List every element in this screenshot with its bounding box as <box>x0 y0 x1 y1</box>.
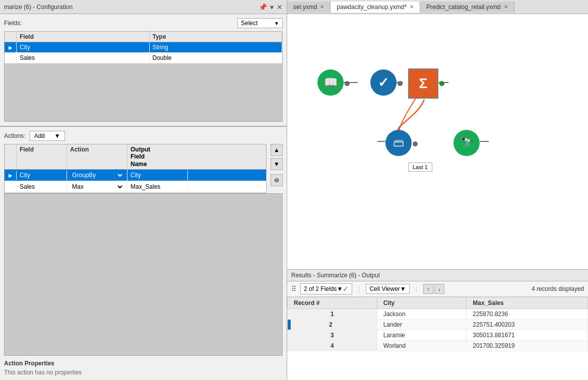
actions-col-output: OutputFieldName <box>127 144 188 169</box>
fields-table-wrapper: Field Type ▶ City String Sales Double <box>5 32 282 63</box>
panel-title-icons: 📌 ▾ ✕ <box>258 3 283 11</box>
results-col-maxsales: Max_Sales <box>467 297 588 309</box>
actions-table: Field Action OutputFieldName ▶ City Grou… <box>4 144 267 193</box>
fields-table-header: Field Type <box>5 32 282 42</box>
results-row-4[interactable]: 4 Worland 201700.325919 <box>288 341 588 351</box>
results-row-1[interactable]: 1 Jackson 225870.8236 <box>288 309 588 320</box>
actions-row-1-output: City <box>127 170 188 180</box>
actions-row-2-action[interactable]: Max <box>67 181 127 192</box>
panel-title-bar: marize (6) - Configuration 📌 ▾ ✕ <box>0 0 287 14</box>
select-dropdown-button[interactable]: Select ▼ <box>237 18 283 28</box>
sort-buttons: ↑ ↓ <box>423 284 444 294</box>
right-panel: sel.yxmd ✕ pawdacity_cleanup.yxmd* ✕ Pre… <box>287 0 588 380</box>
connector-dot-1 <box>345 81 350 86</box>
results-row-1-maxsales: 225870.8236 <box>467 309 588 320</box>
connector-dot-4 <box>413 141 418 146</box>
tab-predict-close[interactable]: ✕ <box>504 4 508 10</box>
node-sigma[interactable]: Σ <box>408 68 438 99</box>
fields-row-2[interactable]: Sales Double <box>5 53 282 63</box>
results-row-4-maxsales: 201700.325919 <box>467 341 588 351</box>
results-table: Record # City Max_Sales 1 Jackson 225870… <box>287 297 588 380</box>
add-button-arrow: ▼ <box>54 132 60 139</box>
fields-label: Fields: <box>4 20 22 27</box>
node-book[interactable]: 📖 <box>317 69 344 96</box>
fields-row-1-type: String <box>150 42 283 52</box>
tabs-bar: sel.yxmd ✕ pawdacity_cleanup.yxmd* ✕ Pre… <box>287 0 588 14</box>
connector-dot-3 <box>439 81 444 86</box>
results-row-3[interactable]: 3 Laramie 305013.881671 <box>288 330 588 341</box>
node-label: Last 1 <box>408 163 432 172</box>
tab-pawdacity[interactable]: pawdacity_cleanup.yxmd* ✕ <box>331 2 420 13</box>
fields-empty-area <box>5 63 282 114</box>
results-table-header-row: Record # City Max_Sales <box>288 297 588 309</box>
actions-row-2-indicator <box>5 185 17 188</box>
pin-icon[interactable]: 📌 <box>258 3 267 11</box>
results-col-record: Record # <box>288 297 377 309</box>
action-properties-text: This action has no properties <box>4 369 283 376</box>
actions-row-2-field: Sales <box>17 182 67 192</box>
canvas-area[interactable]: 📖 ✓ Σ 🗃 🔭 Last 1 <box>287 14 588 269</box>
select-dropdown-arrow: ▼ <box>274 21 279 26</box>
cell-viewer-dropdown[interactable]: Cell Viewer ▼ <box>366 284 409 294</box>
actions-col-action: Action <box>67 144 127 169</box>
move-up-button[interactable]: ▲ <box>271 144 283 156</box>
fields-dropdown-arrow: ▼ <box>337 285 343 292</box>
action-properties-title: Action Properties <box>4 360 283 367</box>
separator-1: | <box>358 285 360 292</box>
tab-sel-label: sel.yxmd <box>293 4 317 11</box>
workflow-connections <box>287 14 588 269</box>
fields-info-text: 2 of 2 Fields <box>304 285 337 292</box>
records-info: 4 records displayed <box>532 285 584 292</box>
fields-header: Fields: Select ▼ <box>4 18 283 28</box>
node-check[interactable]: ✓ <box>370 69 397 96</box>
actions-row-1-action-select[interactable]: GroupBy <box>70 171 124 179</box>
fields-row-1[interactable]: ▶ City String <box>5 42 282 53</box>
actions-section: Actions: Add ▼ Field Action OutputFieldN… <box>0 127 287 380</box>
pin-icon2[interactable]: ▾ <box>270 3 274 11</box>
tab-pawdacity-label: pawdacity_cleanup.yxmd* <box>337 4 407 11</box>
actions-row-1[interactable]: ▶ City GroupBy City <box>5 170 266 181</box>
fields-dropdown[interactable]: 2 of 2 Fields ▼ ✓ <box>300 283 352 294</box>
close-icon[interactable]: ✕ <box>277 3 283 11</box>
move-down-button[interactable]: ▼ <box>271 158 283 170</box>
actions-row-1-field: City <box>17 170 67 180</box>
cell-viewer-arrow: ▼ <box>400 285 406 292</box>
sort-down-button[interactable]: ↓ <box>434 284 444 294</box>
cell-viewer-text: Cell Viewer <box>369 285 400 292</box>
node-barrel[interactable]: 🗃 <box>385 130 412 156</box>
check-icon: ✓ <box>343 285 349 293</box>
actions-row-2[interactable]: Sales Max Max_Sales <box>5 181 266 193</box>
results-row-3-maxsales: 305013.881671 <box>467 330 588 341</box>
results-toolbar: ⠿ 2 of 2 Fields ▼ ✓ | Cell Viewer ▼ | ↑ … <box>287 281 588 297</box>
remove-button[interactable]: ⊖ <box>271 174 283 186</box>
actions-row-2-action-select[interactable]: Max <box>70 183 124 191</box>
actions-col-indicator <box>5 144 17 169</box>
sigma-icon: Σ <box>419 75 428 92</box>
sort-up-button[interactable]: ↑ <box>423 284 433 294</box>
results-panel: Results - Summarize (6) - Output ⠿ 2 of … <box>287 269 588 380</box>
binoculars-icon: 🔭 <box>460 136 474 149</box>
add-button[interactable]: Add ▼ <box>30 131 65 141</box>
results-col-city: City <box>377 297 467 309</box>
action-properties: Action Properties This action has no pro… <box>4 356 283 376</box>
results-row-4-num: 4 <box>288 341 377 351</box>
tab-pawdacity-close[interactable]: ✕ <box>410 4 414 10</box>
tab-sel-close[interactable]: ✕ <box>320 4 324 10</box>
actions-table-container: Field Action OutputFieldName ▶ City Grou… <box>4 144 283 193</box>
actions-header: Actions: Add ▼ <box>4 131 283 141</box>
grid-icon: ⠿ <box>291 285 296 293</box>
actions-row-2-output: Max_Sales <box>127 182 188 192</box>
fields-row-1-field: City <box>17 42 150 52</box>
tab-predict[interactable]: Predict_catalog_retail.yxmd ✕ <box>420 2 514 13</box>
results-row-2[interactable]: 2 Lander 225751.400203 <box>288 320 588 330</box>
add-button-text: Add <box>34 132 45 139</box>
actions-row-1-action[interactable]: GroupBy <box>67 170 127 181</box>
results-row-2-maxsales: 225751.400203 <box>467 320 588 330</box>
actions-row-1-indicator: ▶ <box>5 171 17 180</box>
fields-col-field: Field <box>17 32 150 42</box>
fields-row-1-indicator: ▶ <box>5 42 17 52</box>
node-binoculars[interactable]: 🔭 <box>453 130 480 156</box>
tab-sel[interactable]: sel.yxmd ✕ <box>287 2 331 13</box>
book-icon: 📖 <box>324 76 338 89</box>
barrel-icon: 🗃 <box>393 136 404 149</box>
